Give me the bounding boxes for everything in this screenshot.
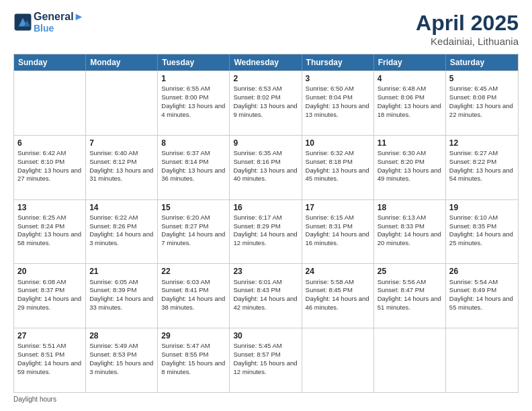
daylight: Daylight: 13 hours and 4 minutes. xyxy=(161,102,225,118)
daylight: Daylight: 13 hours and 49 minutes. xyxy=(378,167,441,183)
sunset: Sunset: 8:16 PM xyxy=(233,158,280,165)
calendar-cell-1-1 xyxy=(14,71,86,135)
daylight: Daylight: 14 hours and 55 minutes. xyxy=(449,295,513,311)
header-saturday: Saturday xyxy=(446,54,518,71)
daylight: Daylight: 13 hours and 58 minutes. xyxy=(17,230,81,246)
day-number: 10 xyxy=(306,138,370,148)
daylight: Daylight: 14 hours and 12 minutes. xyxy=(233,230,297,246)
calendar-cell-5-4: 30Sunrise: 5:45 AMSunset: 8:57 PMDayligh… xyxy=(230,328,302,392)
calendar-cell-3-4: 16Sunrise: 6:17 AMSunset: 8:29 PMDayligh… xyxy=(230,200,302,264)
title-block: April 2025 Kedainiai, Lithuania xyxy=(416,11,519,47)
day-number: 13 xyxy=(17,202,82,213)
calendar-row-2: 6Sunrise: 6:42 AMSunset: 8:10 PMDaylight… xyxy=(14,135,518,199)
sunset: Sunset: 8:12 PM xyxy=(89,158,136,165)
sunrise: Sunrise: 5:47 AM xyxy=(161,342,210,349)
sunset: Sunset: 8:45 PM xyxy=(306,286,353,293)
sunset: Sunset: 8:47 PM xyxy=(378,286,425,293)
calendar-row-3: 13Sunrise: 6:25 AMSunset: 8:24 PMDayligh… xyxy=(14,199,518,264)
calendar-cell-1-2 xyxy=(86,71,158,135)
sunrise: Sunrise: 6:15 AM xyxy=(306,214,354,221)
sunrise: Sunrise: 5:58 AM xyxy=(306,278,354,285)
daylight: Daylight: 14 hours and 3 minutes. xyxy=(89,230,153,246)
sunset: Sunset: 8:06 PM xyxy=(378,93,425,101)
daylight: Daylight: 13 hours and 40 minutes. xyxy=(233,167,297,183)
sunset: Sunset: 8:04 PM xyxy=(306,93,353,101)
day-number: 11 xyxy=(378,138,442,148)
calendar-cell-5-2: 28Sunrise: 5:49 AMSunset: 8:53 PMDayligh… xyxy=(86,328,158,392)
calendar-cell-1-5: 3Sunrise: 6:50 AMSunset: 8:04 PMDaylight… xyxy=(302,71,374,135)
calendar-cell-4-7: 26Sunrise: 5:54 AMSunset: 8:49 PMDayligh… xyxy=(446,264,518,328)
sunrise: Sunrise: 6:53 AM xyxy=(233,85,281,92)
day-number: 20 xyxy=(17,266,82,277)
calendar-cell-2-3: 8Sunrise: 6:37 AMSunset: 8:14 PMDaylight… xyxy=(158,136,230,199)
calendar-cell-4-4: 23Sunrise: 6:01 AMSunset: 8:43 PMDayligh… xyxy=(230,264,302,328)
calendar-cell-5-7 xyxy=(446,328,518,392)
day-number: 28 xyxy=(89,330,154,341)
header-friday: Friday xyxy=(374,54,446,71)
sunrise: Sunrise: 6:37 AM xyxy=(161,149,210,156)
sunrise: Sunrise: 6:32 AM xyxy=(306,149,354,156)
day-number: 23 xyxy=(233,266,298,277)
sunset: Sunset: 8:37 PM xyxy=(17,286,64,293)
calendar-cell-1-6: 4Sunrise: 6:48 AMSunset: 8:06 PMDaylight… xyxy=(374,71,446,135)
calendar-row-4: 20Sunrise: 6:08 AMSunset: 8:37 PMDayligh… xyxy=(14,263,518,328)
daylight: Daylight: 13 hours and 36 minutes. xyxy=(161,167,225,183)
day-number: 18 xyxy=(378,202,442,213)
calendar-cell-2-7: 12Sunrise: 6:27 AMSunset: 8:22 PMDayligh… xyxy=(446,136,518,199)
day-number: 12 xyxy=(449,138,515,148)
sunrise: Sunrise: 6:48 AM xyxy=(378,85,426,92)
daylight: Daylight: 13 hours and 9 minutes. xyxy=(233,102,297,118)
sunset: Sunset: 8:51 PM xyxy=(17,351,64,358)
sunrise: Sunrise: 6:35 AM xyxy=(233,149,281,156)
daylight: Daylight: 13 hours and 31 minutes. xyxy=(89,167,153,183)
calendar-cell-4-2: 21Sunrise: 6:05 AMSunset: 8:39 PMDayligh… xyxy=(86,264,158,328)
day-number: 26 xyxy=(449,266,515,277)
calendar-body: 1Sunrise: 6:55 AMSunset: 8:00 PMDaylight… xyxy=(14,71,518,392)
page: General► Blue April 2025 Kedainiai, Lith… xyxy=(0,0,532,411)
calendar-cell-1-3: 1Sunrise: 6:55 AMSunset: 8:00 PMDaylight… xyxy=(158,71,230,135)
calendar-cell-2-2: 7Sunrise: 6:40 AMSunset: 8:12 PMDaylight… xyxy=(86,136,158,199)
calendar-cell-2-6: 11Sunrise: 6:30 AMSunset: 8:20 PMDayligh… xyxy=(374,136,446,199)
sunset: Sunset: 8:43 PM xyxy=(233,286,280,293)
day-number: 25 xyxy=(378,266,442,277)
sunset: Sunset: 8:49 PM xyxy=(449,286,496,293)
calendar-cell-3-2: 14Sunrise: 6:22 AMSunset: 8:26 PMDayligh… xyxy=(86,200,158,264)
sunset: Sunset: 8:29 PM xyxy=(233,222,280,230)
day-number: 7 xyxy=(89,138,154,148)
sunrise: Sunrise: 6:08 AM xyxy=(17,278,66,285)
day-number: 22 xyxy=(161,266,226,277)
day-number: 17 xyxy=(306,202,370,213)
daylight: Daylight: 13 hours and 54 minutes. xyxy=(449,167,513,183)
sunrise: Sunrise: 6:10 AM xyxy=(449,214,498,221)
calendar-cell-5-6 xyxy=(374,328,446,392)
day-number: 8 xyxy=(161,138,226,148)
sunrise: Sunrise: 5:54 AM xyxy=(449,278,498,285)
sunset: Sunset: 8:18 PM xyxy=(306,158,353,165)
calendar-cell-3-1: 13Sunrise: 6:25 AMSunset: 8:24 PMDayligh… xyxy=(14,200,86,264)
day-number: 4 xyxy=(378,73,442,84)
main-title: April 2025 xyxy=(416,11,519,36)
calendar-header: Sunday Monday Tuesday Wednesday Thursday… xyxy=(14,54,518,71)
sunrise: Sunrise: 6:01 AM xyxy=(233,278,281,285)
sunset: Sunset: 8:31 PM xyxy=(306,222,353,230)
daylight: Daylight: 13 hours and 18 minutes. xyxy=(378,102,441,118)
daylight: Daylight: 14 hours and 51 minutes. xyxy=(378,295,441,311)
header-thursday: Thursday xyxy=(302,54,374,71)
calendar-cell-3-3: 15Sunrise: 6:20 AMSunset: 8:27 PMDayligh… xyxy=(158,200,230,264)
day-number: 3 xyxy=(306,73,370,84)
calendar-cell-2-4: 9Sunrise: 6:35 AMSunset: 8:16 PMDaylight… xyxy=(230,136,302,199)
sunset: Sunset: 8:08 PM xyxy=(449,93,496,101)
sunrise: Sunrise: 5:51 AM xyxy=(17,342,66,349)
calendar-cell-5-1: 27Sunrise: 5:51 AMSunset: 8:51 PMDayligh… xyxy=(14,328,86,392)
sunrise: Sunrise: 5:49 AM xyxy=(89,342,138,349)
day-number: 2 xyxy=(233,73,298,84)
day-number: 21 xyxy=(89,266,154,277)
logo-text: General► Blue xyxy=(34,11,84,34)
day-number: 27 xyxy=(17,330,82,341)
day-number: 16 xyxy=(233,202,298,213)
sunset: Sunset: 8:22 PM xyxy=(449,158,496,165)
sunrise: Sunrise: 6:22 AM xyxy=(89,214,138,221)
day-number: 30 xyxy=(233,330,298,341)
sunset: Sunset: 8:27 PM xyxy=(161,222,208,230)
header-tuesday: Tuesday xyxy=(158,54,230,71)
